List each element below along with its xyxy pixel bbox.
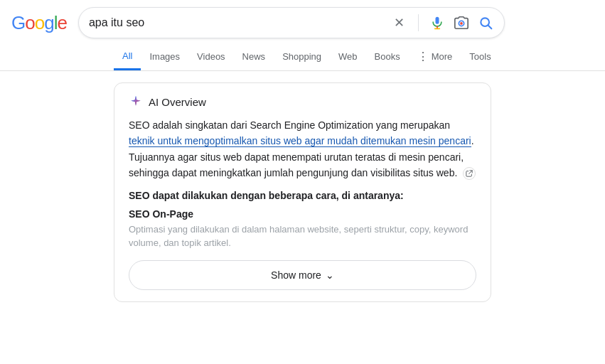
tab-all-label: All xyxy=(122,50,132,61)
tab-news-label: News xyxy=(242,51,266,62)
tab-all[interactable]: All xyxy=(114,43,141,70)
more-label: More xyxy=(432,51,453,62)
link-icon-svg xyxy=(466,170,473,177)
svg-line-6 xyxy=(488,26,492,29)
seo-section-title: SEO dapat dilakukan dengan beberapa cara… xyxy=(129,190,476,201)
tab-books[interactable]: Books xyxy=(366,44,409,69)
search-icons: ✕ xyxy=(391,14,494,31)
tab-images-label: Images xyxy=(149,51,180,62)
voice-search-button[interactable] xyxy=(429,14,446,31)
ai-overview-body: SEO adalah singkatan dari Search Engine … xyxy=(129,117,476,181)
tab-shopping-label: Shopping xyxy=(282,51,321,62)
search-divider xyxy=(418,14,419,31)
nav-more[interactable]: ⋮ More xyxy=(409,43,461,70)
ai-highlighted-text: teknik untuk mengoptimalkan situs web ag… xyxy=(129,135,471,147)
ai-overview-card: AI Overview SEO adalah singkatan dari Se… xyxy=(114,82,491,302)
camera-icon xyxy=(454,15,469,31)
tab-books-label: Books xyxy=(375,51,400,62)
search-bar: ✕ xyxy=(78,7,505,38)
tab-news[interactable]: News xyxy=(234,44,274,69)
ai-body-before: SEO adalah singkatan dari Search Engine … xyxy=(129,119,450,131)
seo-on-page-desc: Optimasi yang dilakukan di dalam halaman… xyxy=(129,223,476,250)
seo-on-page-item: SEO On-Page Optimasi yang dilakukan di d… xyxy=(129,208,476,250)
tab-videos[interactable]: Videos xyxy=(188,44,234,69)
tools-label: Tools xyxy=(469,51,491,62)
nav-tabs: All Images Videos News Shopping Web Book… xyxy=(0,43,605,71)
ai-overview-header: AI Overview xyxy=(129,95,476,109)
search-button[interactable] xyxy=(477,14,494,31)
clear-search-button[interactable]: ✕ xyxy=(391,14,408,31)
tab-videos-label: Videos xyxy=(197,51,225,62)
tools-button[interactable]: Tools xyxy=(461,44,499,69)
svg-line-7 xyxy=(469,171,473,174)
search-bar-wrapper: ✕ xyxy=(78,7,505,38)
source-link-icon[interactable] xyxy=(463,167,476,180)
header: Google ✕ xyxy=(0,0,605,38)
visual-search-button[interactable] xyxy=(453,14,470,31)
svg-rect-0 xyxy=(435,17,439,24)
google-logo[interactable]: Google xyxy=(11,12,67,34)
seo-on-page-title: SEO On-Page xyxy=(129,208,476,220)
mic-icon xyxy=(430,16,444,30)
tab-shopping[interactable]: Shopping xyxy=(274,44,330,69)
show-more-label: Show more xyxy=(271,269,321,281)
close-icon: ✕ xyxy=(394,15,405,31)
search-icon xyxy=(478,16,493,30)
tab-images[interactable]: Images xyxy=(141,44,188,69)
tab-web-label: Web xyxy=(338,51,358,62)
search-input[interactable] xyxy=(89,16,391,29)
chevron-down-icon: ⌄ xyxy=(326,269,334,281)
ai-sparkle-icon xyxy=(129,95,143,109)
show-more-button[interactable]: Show more ⌄ xyxy=(129,260,476,290)
ai-overview-title: AI Overview xyxy=(149,96,206,108)
main-content: AI Overview SEO adalah singkatan dari Se… xyxy=(0,71,605,314)
svg-point-4 xyxy=(460,22,463,25)
tab-web[interactable]: Web xyxy=(330,44,366,69)
more-dots-icon: ⋮ xyxy=(417,50,429,63)
